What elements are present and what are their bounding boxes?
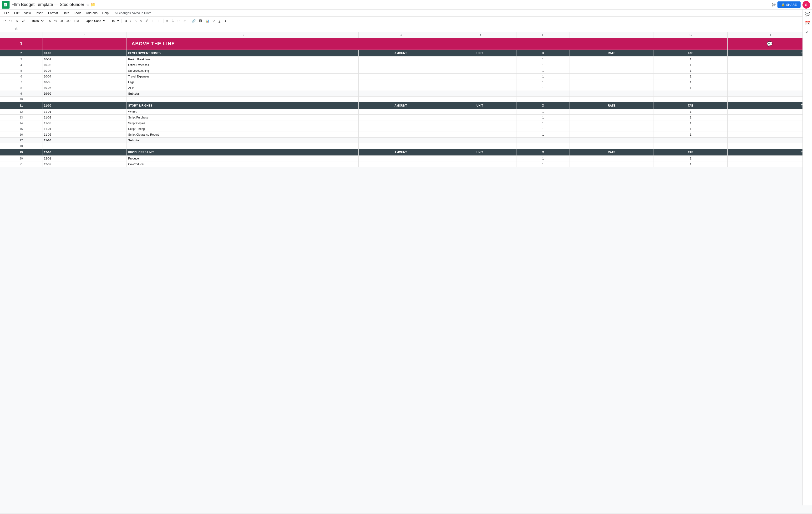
cell-col-c[interactable] bbox=[358, 156, 443, 161]
cell-col-e[interactable]: 1 bbox=[517, 79, 570, 85]
cell-col-h[interactable]: $0 bbox=[727, 56, 812, 62]
toolbar-expand-button[interactable]: ▲ bbox=[223, 18, 229, 24]
cell-col-a[interactable]: 12-02 bbox=[42, 161, 126, 167]
cell-col-h[interactable]: TOTAL bbox=[727, 102, 812, 109]
cell-col-b[interactable]: Script Clearance Report bbox=[126, 132, 358, 138]
col-d-header[interactable]: D bbox=[443, 32, 517, 38]
cell-col-c[interactable] bbox=[358, 74, 443, 79]
cell-col-e[interactable]: 1 bbox=[517, 74, 570, 79]
cell-col-a[interactable]: 10-03 bbox=[42, 68, 126, 74]
link-button[interactable]: 🔗 bbox=[191, 18, 197, 24]
cell-col-d[interactable] bbox=[443, 126, 517, 132]
cell-col-h[interactable]: TOTAL bbox=[727, 50, 812, 56]
cell-col-f[interactable] bbox=[570, 74, 654, 79]
cell-col-h[interactable]: $0 bbox=[727, 74, 812, 79]
cell-col-h[interactable] bbox=[727, 143, 812, 149]
cell-col-a[interactable] bbox=[42, 143, 126, 149]
cell-col-g[interactable]: TAB bbox=[654, 149, 728, 156]
col-g-header[interactable]: G bbox=[654, 32, 728, 38]
bold-button[interactable]: B bbox=[123, 18, 128, 24]
cell-col-a[interactable]: 11-00 bbox=[42, 138, 126, 143]
cell-col-e[interactable]: 1 bbox=[517, 120, 570, 126]
cell-col-c[interactable]: AMOUNT bbox=[358, 149, 443, 156]
cell-col-c[interactable] bbox=[358, 138, 443, 143]
cell-col-a[interactable]: 11-04 bbox=[42, 126, 126, 132]
cell-col-a[interactable] bbox=[42, 97, 126, 102]
font-size-select[interactable]: 10 bbox=[109, 18, 120, 24]
col-e-header[interactable]: E bbox=[517, 32, 570, 38]
cell-col-e[interactable]: 1 bbox=[517, 115, 570, 120]
cell-col-f[interactable] bbox=[570, 62, 654, 68]
cell-col-d[interactable] bbox=[443, 143, 517, 149]
italic-button[interactable]: I bbox=[129, 18, 133, 24]
cell-col-h[interactable] bbox=[727, 97, 812, 102]
borders-button[interactable]: ⊞ bbox=[150, 18, 156, 24]
cell-col-b[interactable]: STORY & RIGHTS bbox=[126, 102, 358, 109]
cell-col-b[interactable]: DEVELOPMENT COSTS bbox=[126, 50, 358, 56]
cell-col-g[interactable] bbox=[654, 138, 728, 143]
cell-col-b[interactable]: PRODUCERS UNIT bbox=[126, 149, 358, 156]
col-f-header[interactable]: F bbox=[570, 32, 654, 38]
cell-col-a[interactable]: 10-05 bbox=[42, 79, 126, 85]
cell-col-e[interactable]: 1 bbox=[517, 56, 570, 62]
cell-col-b[interactable]: Producer bbox=[126, 156, 358, 161]
cell-col-b[interactable]: Co-Producer bbox=[126, 161, 358, 167]
cell-col-d[interactable] bbox=[443, 74, 517, 79]
cell-col-e[interactable]: 1 bbox=[517, 109, 570, 115]
cell-col-d[interactable] bbox=[443, 79, 517, 85]
cell-col-e[interactable]: 1 bbox=[517, 132, 570, 138]
cell-col-h[interactable]: $0 bbox=[727, 109, 812, 115]
cell-col-h[interactable]: $0 bbox=[727, 68, 812, 74]
cell-col-b[interactable] bbox=[126, 97, 358, 102]
cell-col-g[interactable]: 1 bbox=[654, 74, 728, 79]
cell-col-c[interactable] bbox=[358, 56, 443, 62]
cell-col-g[interactable]: 1 bbox=[654, 85, 728, 91]
cell-col-b[interactable]: Subtotal bbox=[126, 138, 358, 143]
cell-col-h[interactable]: $0 bbox=[727, 138, 812, 143]
cell-col-b[interactable]: Survey/Scouting bbox=[126, 68, 358, 74]
cell-col-b[interactable]: Subtotal bbox=[126, 91, 358, 97]
cell-col-c[interactable] bbox=[358, 143, 443, 149]
cell-col-g[interactable]: 1 bbox=[654, 132, 728, 138]
cell-col-f[interactable] bbox=[570, 68, 654, 74]
cell-col-f[interactable] bbox=[570, 132, 654, 138]
cell-col-b[interactable]: Script Purchase bbox=[126, 115, 358, 120]
sidebar-check-icon[interactable]: ✓ bbox=[806, 30, 809, 35]
cell-col-g[interactable] bbox=[654, 143, 728, 149]
cell-col-c[interactable] bbox=[358, 115, 443, 120]
cell-col-e[interactable] bbox=[517, 91, 570, 97]
folder-icon[interactable]: 📁 bbox=[90, 2, 95, 7]
cell-col-e[interactable]: 1 bbox=[517, 156, 570, 161]
cell-col-f[interactable]: RATE bbox=[570, 102, 654, 109]
cell-col-g[interactable]: 1 bbox=[654, 161, 728, 167]
menu-tools[interactable]: Tools bbox=[71, 9, 83, 17]
cell-col-a[interactable]: 11-05 bbox=[42, 132, 126, 138]
cell-col-b[interactable]: Legal bbox=[126, 79, 358, 85]
cell-col-f[interactable] bbox=[570, 138, 654, 143]
undo-button[interactable]: ↩ bbox=[2, 18, 7, 24]
cell-col-c[interactable] bbox=[358, 126, 443, 132]
cell-col-a[interactable]: 12-00 bbox=[42, 149, 126, 156]
cell-col-c[interactable] bbox=[358, 85, 443, 91]
cell-col-a[interactable]: 10-00 bbox=[42, 91, 126, 97]
cell-col-e[interactable]: 1 bbox=[517, 62, 570, 68]
cell-col-g[interactable]: 1 bbox=[654, 126, 728, 132]
cell-col-c[interactable] bbox=[358, 120, 443, 126]
cell-col-c[interactable] bbox=[358, 132, 443, 138]
avatar[interactable]: S bbox=[803, 1, 810, 8]
chart-button[interactable]: 📊 bbox=[204, 18, 211, 24]
cell-col-c[interactable] bbox=[358, 161, 443, 167]
cell-col-g[interactable]: 1 bbox=[654, 156, 728, 161]
rotate-button[interactable]: ↗ bbox=[182, 18, 187, 24]
cell-col-f[interactable]: RATE bbox=[570, 149, 654, 156]
cell-col-g[interactable]: TAB bbox=[654, 50, 728, 56]
cell-col-d[interactable] bbox=[443, 132, 517, 138]
cell-col-a[interactable]: 10-02 bbox=[42, 62, 126, 68]
cell-col-g[interactable]: TAB bbox=[654, 102, 728, 109]
col-a-header[interactable]: A bbox=[42, 32, 126, 38]
cell-col-a[interactable]: 10-06 bbox=[42, 85, 126, 91]
cell-col-f[interactable] bbox=[570, 97, 654, 102]
menu-format[interactable]: Format bbox=[46, 9, 60, 17]
cell-col-a[interactable]: 11-01 bbox=[42, 109, 126, 115]
cell-col-a[interactable]: 10-01 bbox=[42, 56, 126, 62]
